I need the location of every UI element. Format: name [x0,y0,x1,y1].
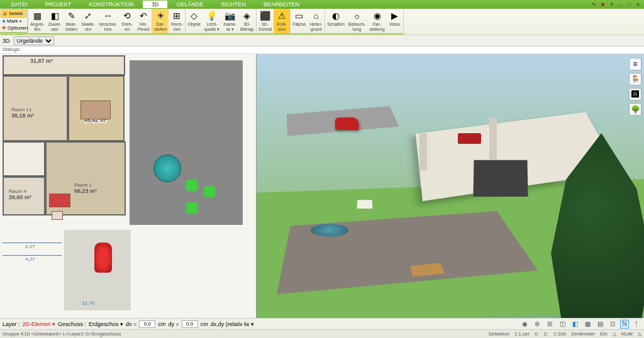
ribbon-dreh-button[interactable]: ⟲Dreh- en [119,9,135,33]
window-controls: ✎ ✖ ? — □ ✕ [591,1,641,8]
menu-projekt[interactable]: PROJEKT [36,1,80,8]
layer-value-select[interactable]: 2D-Elemen ▾ [23,321,56,327]
chair-2d[interactable] [186,202,197,214]
dx-input[interactable] [139,320,155,328]
ribbon-icon: ▭ [294,10,305,21]
toggle-icon[interactable]: ▦ [582,320,592,329]
minimize-icon[interactable]: — [617,1,624,8]
tree-icon[interactable]: 🌳 [629,103,641,116]
ribbon-label: Fläche [292,22,306,27]
dx-unit: cm [158,321,165,327]
menu-datei[interactable]: DATEI [3,1,36,8]
ribbon-icon: ⚠ [276,10,287,21]
ribbon-kolli-button[interactable]: ⚠Kolli- sion [274,9,290,33]
ribbon-label: Hin. Pinsel [138,22,150,32]
ribbon-d-button[interactable]: ⬛3D- Schnitt [257,9,274,33]
main-area: 31,87 m² Raum 1136,18 m² 45,42 m² Raum 1… [0,54,644,318]
ribbon-label: Dar- stellung [369,22,384,32]
menu-konstruktion[interactable]: KONSTRUKTION [80,1,143,8]
menu-bearbeiten[interactable]: BEARBEITEN [255,1,308,8]
ribbon-label: Verschie- ben [99,22,117,32]
toggle-icon[interactable]: ⊡ [608,320,618,329]
dy-input[interactable] [182,320,198,328]
menu-3d[interactable]: 3D [143,1,168,8]
tool-icon[interactable]: ✎ [591,1,597,8]
room-area: 36,18 m² [11,112,34,119]
ribbon-zuwei-button[interactable]: ◧Zuwei- sen [47,9,64,33]
ribbon-video-button[interactable]: ▶Video [387,9,403,33]
ribbon-rech-button[interactable]: ⊞Rech- nen [169,9,185,33]
ribbon-flche-button[interactable]: ▭Fläche [291,9,308,33]
menu-sichten[interactable]: SICHTEN [212,1,255,8]
wall-3d [419,133,427,170]
ribbon-licht-button[interactable]: 💡Licht- quelle ▾ [203,9,222,33]
selekt-button[interactable]: ▣Selekt [1,9,26,18]
dimension: 4,27 [25,256,35,262]
layer-select[interactable]: Urgelände [14,36,54,45]
ribbon-hin-button[interactable]: ↶Hin. Pinsel [135,9,152,33]
ribbon-label: Objekt [187,22,200,27]
layers-icon[interactable]: ≡ [629,58,641,70]
ribbon-beleuch-button[interactable]: ☼Beleuch- tung [347,9,368,33]
ribbon-skalie-button[interactable]: ⤢Skalie- ren [80,9,97,33]
ribbon-abgrei-button[interactable]: ▦Abgrei- fen [28,9,47,33]
ribbon-label: 3D- Bitmap [240,22,254,32]
close-icon[interactable]: ✕ [635,1,641,8]
status-unit: Zentimeter [571,331,595,337]
ribbon-label: Dreh- en [121,22,133,32]
ribbon-dar-button[interactable]: ◉Dar- stellung [367,9,386,33]
toggle-icon[interactable]: ▤ [595,320,605,329]
3d-toolbar: ≡ 🪑 🅰 🌳 [629,58,641,116]
ribbon-icon: ◇ [189,10,200,21]
room-area: 31,87 m² [30,58,53,64]
help-icon[interactable]: ? [608,1,615,8]
sofa-2d[interactable] [49,194,70,207]
ribbon-verschie-button[interactable]: ↔Verschie- ben [97,9,119,33]
toggle-icon[interactable]: ◉ [519,320,530,329]
courtyard[interactable] [130,60,243,225]
chair-2d[interactable] [186,180,197,191]
car-2d[interactable] [94,243,112,273]
toggle-icon[interactable]: ◧ [570,320,580,329]
status-left: Gruppe K10 <Unbekannt> L=Layer1 G=Erdges… [3,331,121,337]
ribbon-label: Beleuch- tung [348,22,366,32]
ribbon-icon: ☼ [352,10,363,21]
status-ein: Ein [600,331,608,337]
umbrella-2d[interactable] [153,155,181,182]
3d-view[interactable]: ≡ 🪑 🅰 🌳 [257,54,644,318]
geschoss-select[interactable]: Erdgeschos ▾ [89,321,123,327]
menu-gelaende[interactable]: GELÄNDE [167,1,212,8]
ribbon-kame-button[interactable]: 📷Kame- ra ▾ [221,9,238,33]
furniture-icon[interactable]: 🪑 [629,73,641,85]
chair-2d[interactable] [52,211,63,220]
ribbon-icon: ⌂ [311,10,322,21]
text-icon[interactable]: 🅰 [629,88,641,101]
maximize-icon[interactable]: □ [626,1,633,8]
ribbon-hinter-button[interactable]: ⌂Hinter- grund [308,9,325,33]
ribbon: ▣Selekt ◈Mark▾ ✚Optionen Auswahl ▦Abgrei… [0,9,644,35]
toggle-icon[interactable]: ◫ [557,320,567,329]
optionen-button[interactable]: ✚Optionen [1,25,26,31]
rel-select[interactable]: dx,dy (relativ kε ▾ [211,321,255,327]
ribbon-objekt-button[interactable]: ◇Objekt [186,9,202,33]
ribbon-icon: ⟲ [121,10,133,21]
toggle-icon[interactable]: ! [631,320,641,329]
table-2d[interactable] [80,101,111,119]
toggle-icon[interactable]: N [620,320,629,329]
status-scale2: 1:100 [553,331,566,337]
car-3d [335,117,359,130]
tool-icon[interactable]: ✖ [599,1,606,8]
toggle-icon[interactable]: ⊞ [545,320,555,329]
chair-2d[interactable] [204,186,215,197]
mark-button[interactable]: ◈Mark▾ [1,18,26,25]
toggle-icon[interactable]: ⊕ [532,320,542,329]
ribbon-dar-button[interactable]: ☀Dar- stellen [152,9,169,33]
ribbon-label: Zuwei- sen [48,22,62,32]
2d-view[interactable]: 31,87 m² Raum 1136,18 m² 45,42 m² Raum 1… [0,54,257,318]
ribbon-schatten-button[interactable]: ◐Schatten [325,9,347,33]
glass-doors [473,160,528,197]
ribbon-label: Video [389,22,401,27]
ribbon-bear-button[interactable]: ✎Bear- beiten [64,9,80,33]
ribbon-d-button[interactable]: ◈3D- Bitmap [238,9,256,33]
dy-label: dy = [168,321,179,327]
